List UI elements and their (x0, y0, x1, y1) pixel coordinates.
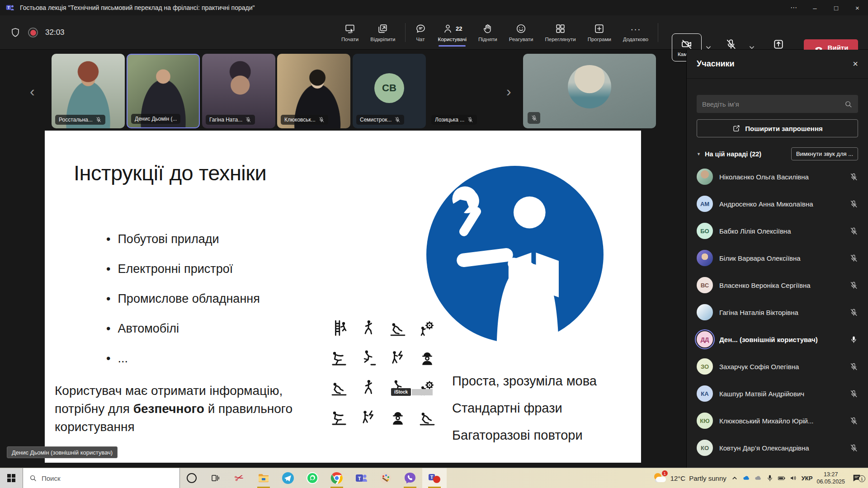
scissors-icon: ✂ (233, 471, 245, 485)
tab-chat[interactable]: Чат (409, 15, 432, 50)
mic-muted-icon[interactable] (849, 173, 858, 181)
window-more-button[interactable]: ⋯ (783, 0, 804, 15)
cloud-icon[interactable] (754, 474, 762, 482)
strip-scroll-right-button[interactable]: › (506, 83, 511, 100)
tab-unpin[interactable]: Відкріпити (364, 15, 401, 50)
tray-mic-icon[interactable] (766, 474, 774, 482)
mic-muted-icon[interactable] (849, 389, 858, 398)
toolbar-divider (658, 23, 658, 42)
participant-row[interactable]: АМ Андросенко Анна Миколаївна (687, 190, 868, 217)
share-invite-button[interactable]: Поширити запрошення (697, 119, 858, 137)
avatar-initials: КЮ (697, 413, 713, 429)
mic-muted-icon[interactable] (849, 308, 858, 317)
window-minimize-button[interactable]: – (804, 0, 826, 15)
taskbar-app-viber[interactable] (398, 468, 422, 488)
in-meeting-section: ▼ На цій нараді (22) Вимкнути звук для .… (697, 147, 858, 160)
tab-more[interactable]: ··· Додатково (617, 15, 654, 50)
video-tile-active-speaker[interactable]: Денис Дьомін (... (127, 54, 200, 128)
participant-row[interactable]: ВС Власенко Вероніка Сергіївна (687, 272, 868, 299)
window-close-button[interactable]: × (847, 0, 868, 15)
weather-widget[interactable]: 1 12°C Partly sunny (653, 472, 726, 484)
participant-row[interactable]: ЗО Захарчук Софія Олегівна (687, 353, 868, 380)
mic-muted-icon[interactable] (849, 281, 858, 290)
video-tile[interactable]: СВ Семистрок... (353, 54, 426, 128)
video-tile-wide[interactable] (523, 54, 656, 128)
participant-row[interactable]: Білик Варвара Олексіївна (687, 244, 868, 272)
mic-muted-icon[interactable] (849, 362, 858, 371)
tab-react[interactable]: Реагувати (503, 15, 539, 50)
bold-word: безпечного (133, 402, 204, 416)
slide-right-line: Багаторазові повтори (452, 422, 597, 449)
onedrive-icon[interactable] (742, 474, 750, 482)
taskbar-search-input[interactable] (42, 474, 174, 482)
taskbar-tray: 1 12°C Partly sunny УКР 13:27 06.05.2025 (653, 468, 868, 488)
mic-on-icon[interactable] (849, 335, 858, 344)
mute-all-button[interactable]: Вимкнути звук для ... (791, 147, 858, 160)
falling-person-pictogram (389, 319, 407, 337)
slide-footer-paragraph: Користувач має отримати інформацію, потр… (55, 382, 292, 436)
window-maximize-button[interactable]: □ (826, 0, 847, 15)
mic-muted-icon (467, 117, 473, 123)
participants-search[interactable] (697, 95, 858, 113)
battery-icon[interactable] (778, 474, 786, 482)
participant-row[interactable]: КЮ Клюковський Михайло Юрій... (687, 407, 868, 434)
svg-text:T: T (430, 475, 433, 480)
collapse-triangle-icon[interactable]: ▼ (697, 152, 701, 156)
avatar-initials: АМ (697, 196, 713, 212)
search-icon (29, 474, 37, 482)
taskbar-app-chrome[interactable] (325, 468, 349, 488)
task-view-button[interactable] (203, 468, 227, 488)
mic-muted-icon (245, 117, 251, 123)
tray-icons (731, 474, 797, 482)
participant-row[interactable]: КО Ковтун Дар’я Олександрівна (687, 434, 868, 461)
participants-search-input[interactable] (702, 100, 840, 108)
walking-person-pictogram (359, 319, 377, 337)
action-center-button[interactable]: 1 (849, 473, 864, 483)
taskbar-search[interactable] (23, 468, 180, 488)
mic-muted-icon[interactable] (849, 200, 858, 208)
participant-row-speaking[interactable]: ДД Ден... (зовнішній користувач) (687, 326, 868, 353)
language-indicator[interactable]: УКР (802, 475, 813, 482)
participant-row[interactable]: БО Бабко Лілія Олексіївна (687, 217, 868, 244)
mic-muted-icon[interactable] (849, 444, 858, 452)
smiley-icon (515, 23, 527, 34)
chat-icon (415, 23, 426, 34)
video-tile[interactable]: Гагіна Ната... (202, 54, 275, 128)
close-panel-icon[interactable]: × (853, 59, 858, 69)
tab-view[interactable]: Переглянути (539, 15, 582, 50)
participant-row[interactable]: КА Кашпур Матвій Андрійович (687, 380, 868, 407)
tab-start[interactable]: Почати (335, 15, 364, 50)
taskbar-app-paint[interactable] (373, 468, 398, 488)
weather-desc: Partly sunny (689, 474, 726, 482)
video-tile[interactable]: Росстальна... (52, 54, 125, 128)
cortana-button[interactable] (180, 468, 203, 488)
ladder-fall-pictogram (330, 319, 348, 337)
taskbar-app-teams-meeting[interactable]: T (422, 468, 447, 488)
avatar-initials: КО (697, 440, 713, 456)
video-tile[interactable]: Клюковськ... (277, 54, 350, 128)
mic-muted-icon (394, 117, 401, 123)
clock[interactable]: 13:27 06.05.2025 (816, 471, 845, 485)
cortana-icon (187, 473, 197, 483)
ellipsis-icon: ··· (631, 23, 641, 34)
mic-muted-icon[interactable] (849, 254, 858, 263)
speaker-icon[interactable] (789, 474, 797, 482)
tab-raise-hand[interactable]: Підняти (472, 15, 503, 50)
tab-apps[interactable]: Програми (582, 15, 617, 50)
taskbar-app-whatsapp[interactable] (300, 468, 325, 488)
participant-row[interactable]: Гагіна Наталія Вікторівна (687, 299, 868, 326)
mic-muted-icon[interactable] (849, 417, 858, 425)
date: 06.05.2025 (816, 478, 845, 485)
tab-participants[interactable]: 22 Користувачі (432, 15, 472, 50)
telegram-icon (282, 472, 294, 484)
taskbar-app-explorer[interactable] (251, 468, 276, 488)
participant-row[interactable]: Ніколаєнко Ольга Василівна (687, 163, 868, 190)
taskbar-app-snipping[interactable]: ✂ (227, 468, 251, 488)
taskbar-app-telegram[interactable] (276, 468, 300, 488)
start-button[interactable] (0, 468, 23, 488)
tray-chevron-up-icon[interactable] (731, 474, 739, 482)
video-tile[interactable]: Лозицька ... (428, 54, 501, 128)
taskbar-app-teams[interactable]: T (349, 468, 373, 488)
strip-scroll-left-button[interactable]: ‹ (30, 83, 35, 100)
mic-muted-icon[interactable] (849, 227, 858, 235)
